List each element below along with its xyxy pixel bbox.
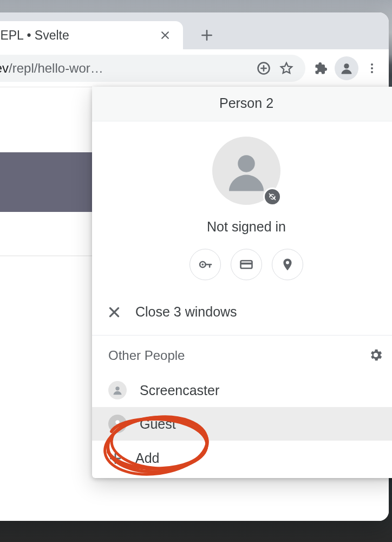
tab-strip: world • REPL • Svelte [0,12,389,49]
svg-point-3 [371,67,373,69]
person-row-screencaster[interactable]: Screencaster [92,373,392,407]
svg-point-1 [344,63,349,68]
address-bar[interactable]: velte.dev/repl/hello-wor… [0,55,305,82]
add-person-button[interactable]: Add [92,441,392,478]
svg-point-11 [115,420,119,424]
close-windows-label: Close 3 windows [135,304,237,320]
close-tab-icon[interactable] [158,28,172,42]
other-people-header: Other People [92,335,392,373]
url-text: velte.dev/repl/hello-wor… [0,61,249,76]
kebab-menu-icon[interactable] [361,57,383,80]
new-tab-button[interactable] [198,27,215,44]
other-people-title: Other People [108,348,185,363]
bookmark-star-icon[interactable] [275,57,298,80]
signin-status-text: Not signed in [207,219,286,235]
manage-people-gear-icon[interactable] [368,347,384,364]
person-avatar-icon [108,381,127,399]
svg-rect-9 [241,263,252,265]
svg-point-4 [371,71,373,73]
svg-point-10 [115,386,119,390]
quick-actions-row [190,249,303,280]
tab-title: world • REPL • Svelte [0,28,158,43]
profile-section: Not signed in [92,121,392,289]
close-windows-button[interactable]: Close 3 windows [92,289,392,335]
browser-tab-active[interactable]: world • REPL • Svelte [0,21,183,49]
add-to-reading-list-icon[interactable] [252,57,275,80]
payment-methods-button[interactable] [231,249,262,280]
addresses-button[interactable] [272,249,303,280]
person-row-guest[interactable]: Guest [92,407,392,441]
person-name: Guest [140,416,176,432]
profile-avatar-large [212,137,280,205]
svg-point-2 [371,63,373,66]
passwords-button[interactable] [190,249,221,280]
svg-point-7 [201,263,204,266]
profile-avatar-button[interactable] [335,56,358,80]
svg-point-5 [238,155,255,172]
extensions-icon[interactable] [310,57,332,80]
sync-off-badge-icon [263,188,282,206]
profile-menu-popup: Person 2 Not signed in Close 3 windows O… [92,87,392,478]
browser-toolbar: velte.dev/repl/hello-wor… [0,49,389,87]
person-avatar-icon [108,415,127,433]
person-name: Screencaster [140,383,219,398]
profile-menu-title: Person 2 [92,87,392,121]
add-person-label: Add [135,450,159,466]
